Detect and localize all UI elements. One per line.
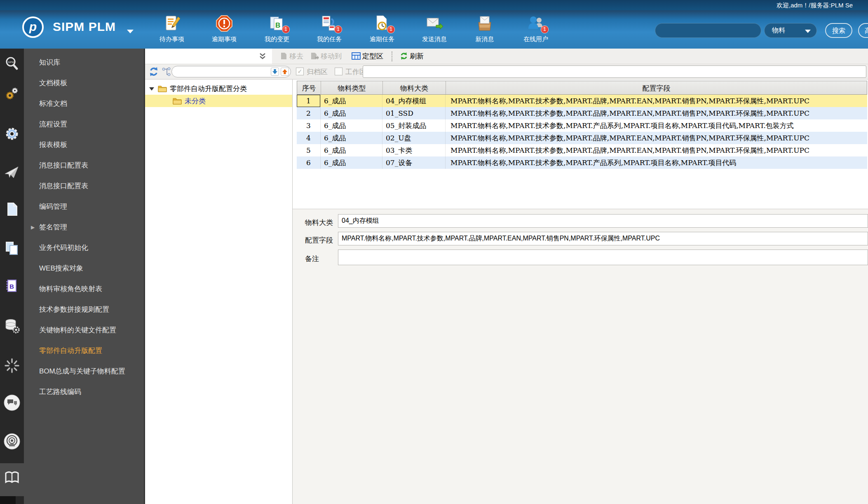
database-gear-icon[interactable] [0, 317, 24, 336]
cell-material-type[interactable]: 6_成品 [321, 132, 382, 144]
send-plane-icon[interactable] [0, 165, 24, 183]
tree-node-unclassified[interactable]: 未分类 [145, 95, 292, 107]
document-icon[interactable] [0, 201, 24, 219]
form-category-field[interactable] [338, 214, 868, 228]
my-changes-button[interactable]: B 1 我的变更 [254, 14, 300, 43]
settings-gears-icon[interactable] [0, 86, 24, 104]
sidebar-item-business-code-init[interactable]: 业务代码初始化 [24, 238, 144, 258]
sidebar-item-web-search-object[interactable]: WEB搜索对象 [24, 258, 144, 279]
sidebar-item-signature-management[interactable]: ▶ 签名管理 [24, 217, 144, 238]
cell-material-type[interactable]: 6_成品 [321, 156, 382, 169]
todo-items-button[interactable]: 待办事项 [149, 14, 195, 43]
cell-config-fields[interactable]: MPART.物料名称,MPART.技术参数,MPART.产品系列,MPART.项… [446, 119, 867, 132]
tree-expand-caret-icon[interactable] [149, 87, 154, 91]
cell-material-type[interactable]: 6_成品 [321, 107, 382, 119]
cell-material-category[interactable]: 07_设备 [382, 156, 446, 169]
cell-material-category[interactable]: 01_SSD [382, 107, 446, 119]
sidebar-item-message-interface-2[interactable]: 消息接口配置表 [24, 176, 144, 196]
tree-refresh-icon[interactable] [148, 66, 159, 79]
table-row[interactable]: 1 6_成品 04_内存模组 MPART.物料名称,MPART.技术参数,MPA… [297, 95, 867, 107]
cell-material-type[interactable]: 6_成品 [321, 95, 382, 107]
cell-config-fields[interactable]: MPART.物料名称,MPART.技术参数,MPART.品牌,MPART.EAN… [446, 144, 867, 156]
overdue-tasks-button[interactable]: 1 逾期任务 [359, 14, 405, 43]
new-message-button[interactable]: 新消息 [462, 14, 507, 43]
cell-material-type[interactable]: 6_成品 [321, 144, 382, 156]
cell-seq[interactable]: 5 [297, 144, 321, 156]
sidebar-item-process-settings[interactable]: 流程设置 [24, 114, 144, 135]
fixed-zone-button[interactable]: 定型区 [352, 49, 383, 64]
cell-config-fields[interactable]: MPART.物料名称,MPART.技术参数,MPART.品牌,MPART.EAN… [446, 107, 867, 119]
cell-material-category[interactable]: 04_内存模组 [382, 95, 446, 107]
table-row[interactable]: 2 6_成品 01_SSD MPART.物料名称,MPART.技术参数,MPAR… [297, 107, 867, 119]
cell-config-fields[interactable]: MPART.物料名称,MPART.技术参数,MPART.品牌,MPART.EAN… [446, 132, 867, 144]
chat-bubbles-icon[interactable] [0, 394, 24, 412]
remove-button[interactable]: 移去 [279, 49, 303, 64]
table-row[interactable]: 4 6_成品 02_U盘 MPART.物料名称,MPART.技术参数,MPART… [297, 132, 867, 144]
left-icon-strip: SIPM B [0, 49, 24, 504]
cell-material-category[interactable]: 05_封装成品 [382, 119, 446, 132]
sidebar-item-standard-doc[interactable]: 标准文档 [24, 93, 144, 114]
copy-pages-icon[interactable] [0, 240, 24, 258]
cell-material-category[interactable]: 02_U盘 [382, 132, 446, 144]
cell-seq[interactable]: 2 [297, 107, 321, 119]
form-fields-field[interactable] [338, 232, 868, 245]
form-remark-field[interactable] [338, 250, 868, 265]
bom-document-icon[interactable]: B [0, 278, 24, 296]
cell-seq[interactable]: 6 [297, 156, 321, 169]
sidebar-item-process-route-coding[interactable]: 工艺路线编码 [24, 382, 144, 402]
global-search-input[interactable] [655, 23, 761, 38]
loading-spinner-icon[interactable] [0, 357, 24, 376]
search-category-dropdown[interactable]: 物料 [764, 23, 817, 38]
refresh-button[interactable]: 刷新 [400, 49, 424, 64]
search-down-button[interactable] [271, 68, 279, 76]
search-up-button[interactable] [281, 68, 289, 76]
sidebar-item-tech-param-rule[interactable]: 技术参数拼接规则配置 [24, 299, 144, 320]
table-header-row: 序号 物料类型 物料大类 配置字段 [297, 81, 867, 95]
sidebar-item-doc-template[interactable]: 文档模板 [24, 73, 144, 93]
column-header-material-category[interactable]: 物料大类 [383, 81, 446, 94]
tree-structure-icon[interactable] [162, 67, 171, 79]
list-filter-input[interactable] [363, 65, 866, 78]
advanced-search-button[interactable]: 高 [858, 23, 868, 38]
table-row[interactable]: 5 6_成品 03_卡类 MPART.物料名称,MPART.技术参数,MPART… [297, 144, 867, 156]
send-message-button[interactable]: 发送消息 [412, 14, 457, 43]
cell-material-category[interactable]: 03_卡类 [382, 144, 446, 156]
move-to-button[interactable]: 移动到 [310, 49, 342, 64]
cell-seq[interactable]: 1 [297, 95, 321, 107]
todo-items-label: 待办事项 [149, 35, 195, 43]
column-header-material-type[interactable]: 物料类型 [321, 81, 383, 94]
expand-arrow-icon[interactable]: ▶ [31, 217, 35, 238]
app-menu-caret-icon[interactable] [127, 30, 134, 33]
sidebar-item-material-audit-role-map[interactable]: 物料审核角色映射表 [24, 279, 144, 299]
work-zone-checkbox[interactable] [335, 68, 343, 75]
collapse-panel-dropdown[interactable] [145, 49, 272, 64]
sidebar-item-key-material-file-config[interactable]: 关键物料的关键文件配置 [24, 320, 144, 341]
sidebar-item-part-auto-upgrade-config[interactable]: 零部件自动升版配置 [24, 341, 144, 361]
broadcast-icon[interactable] [0, 432, 24, 450]
cell-config-fields[interactable]: MPART.物料名称,MPART.技术参数,MPART.品牌,MPART.EAN… [446, 95, 867, 107]
overdue-items-button[interactable]: 逾期事项 [202, 14, 247, 43]
knowledge-book-icon[interactable] [0, 469, 24, 488]
sidebar-item-bom-key-submaterial-config[interactable]: BOM总成与关键子物料配置 [24, 361, 144, 382]
tree-search-input[interactable] [176, 67, 264, 77]
sidebar-item-message-interface-1[interactable]: 消息接口配置表 [24, 155, 144, 176]
online-users-button[interactable]: 1 在线用户 [513, 14, 558, 43]
system-gear-icon[interactable] [0, 126, 24, 144]
sipm-search-icon[interactable]: SIPM [0, 56, 24, 74]
my-tasks-label: 我的任务 [307, 35, 352, 43]
cell-config-fields[interactable]: MPART.物料名称,MPART.技术参数,MPART.产品系列,MPART.项… [446, 156, 867, 169]
search-button[interactable]: 搜索 [825, 23, 852, 38]
archive-zone-checkbox[interactable]: ✓ [296, 68, 304, 75]
cell-seq[interactable]: 3 [297, 119, 321, 132]
sidebar-item-knowledge-base[interactable]: 知识库 [24, 52, 144, 73]
cell-seq[interactable]: 4 [297, 132, 321, 144]
cell-material-type[interactable]: 6_成品 [321, 119, 382, 132]
table-row[interactable]: 3 6_成品 05_封装成品 MPART.物料名称,MPART.技术参数,MPA… [297, 119, 867, 132]
column-header-seq[interactable]: 序号 [297, 81, 321, 94]
my-tasks-button[interactable]: 1 我的任务 [307, 14, 352, 43]
column-header-config-fields[interactable]: 配置字段 [446, 81, 867, 94]
tree-root-node[interactable]: 零部件自动升版配置分类 [145, 82, 292, 95]
sidebar-item-report-template[interactable]: 报表模板 [24, 135, 144, 155]
sidebar-item-coding-management[interactable]: 编码管理 [24, 196, 144, 217]
table-row[interactable]: 6 6_成品 07_设备 MPART.物料名称,MPART.技术参数,MPART… [297, 156, 867, 169]
